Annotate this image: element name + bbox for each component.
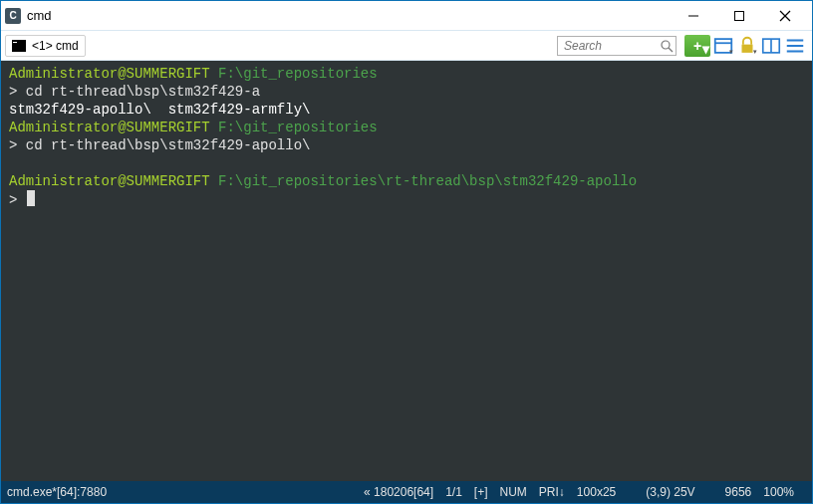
app-icon: C [5,8,21,24]
tabbar: <1> cmd + ▾ ▾ ▾ [1,31,812,61]
status-pos: (3,9) 25V [646,485,694,499]
status-mem: 9656 [725,485,752,499]
svg-rect-8 [742,44,753,52]
search-input[interactable] [557,36,677,56]
status-time: « 180206[64] [364,485,433,499]
svg-point-4 [662,41,670,49]
terminal-line: stm32f429-apollo\ stm32f429-armfly\ [9,101,804,119]
tab-label: <1> cmd [32,39,79,53]
cursor [27,190,35,206]
status-pct: 100% [763,485,794,499]
plus-icon: + [693,39,701,53]
status-num: NUM [500,485,527,499]
layout-icon [760,35,782,57]
maximize-button[interactable] [716,1,762,31]
window-title: cmd [27,8,671,23]
minimize-button[interactable] [671,1,716,31]
chevron-down-icon: ▾ [753,48,757,56]
status-process: cmd.exe*[64]:7880 [7,485,107,499]
menu-button[interactable] [784,35,806,57]
status-size: 100x25 [577,485,616,499]
chevron-down-icon: ▾ [702,42,709,56]
terminal-line: Administrator@SUMMERGIFT F:\git_reposito… [9,65,804,83]
hamburger-icon [784,35,806,57]
search-wrap [557,36,677,56]
terminal-line [9,154,804,172]
terminal-line: Administrator@SUMMERGIFT F:\git_reposito… [9,119,804,136]
layout-button[interactable] [760,35,782,57]
titlebar: C cmd [1,1,812,31]
terminal-line: > cd rt-thread\bsp\stm32f429-apollo\ [9,136,804,154]
lock-button[interactable]: ▾ [736,35,758,57]
close-button[interactable] [762,1,808,31]
chevron-down-icon: ▾ [729,48,733,56]
tab-cmd[interactable]: <1> cmd [5,35,86,57]
svg-line-5 [669,48,673,52]
terminal-line: > cd rt-thread\bsp\stm32f429-a [9,83,804,101]
terminal[interactable]: Administrator@SUMMERGIFT F:\git_reposito… [1,61,812,481]
add-tab-button[interactable]: + ▾ [684,35,710,57]
window-split-button[interactable]: ▾ [712,35,734,57]
svg-rect-1 [735,11,744,20]
statusbar: cmd.exe*[64]:7880 « 180206[64] 1/1 [+] N… [1,481,812,503]
terminal-line: > [9,190,804,209]
status-frac: 1/1 [445,485,462,499]
terminal-icon [12,40,26,52]
status-pri: PRI↓ [539,485,565,499]
status-plus: [+] [474,485,488,499]
search-icon [660,39,674,53]
terminal-line: Administrator@SUMMERGIFT F:\git_reposito… [9,172,804,190]
